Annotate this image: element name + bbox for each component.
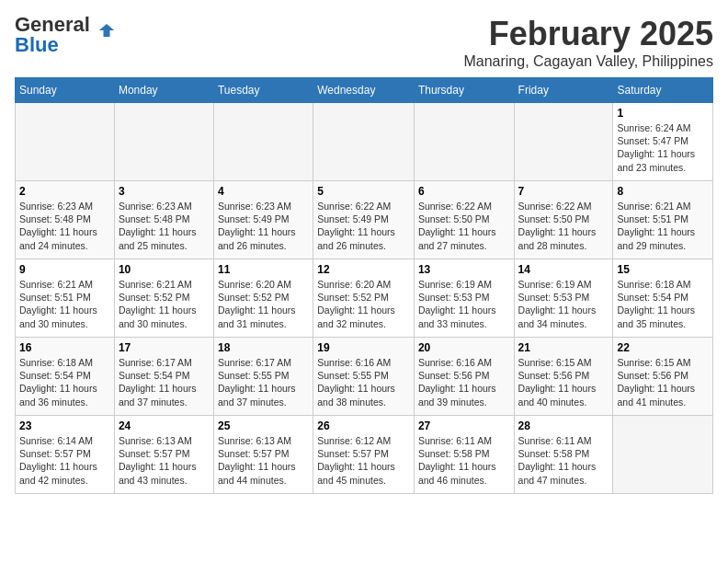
calendar-cell: 9Sunrise: 6:21 AMSunset: 5:51 PMDaylight…	[16, 259, 115, 338]
day-number: 3	[119, 185, 210, 198]
day-number: 19	[317, 341, 410, 354]
day-detail: Sunrise: 6:15 AMSunset: 5:56 PMDaylight:…	[617, 356, 709, 408]
day-number: 24	[119, 419, 210, 432]
dow-wednesday: Wednesday	[313, 78, 415, 103]
day-detail: Sunrise: 6:21 AMSunset: 5:52 PMDaylight:…	[119, 278, 210, 330]
day-number: 4	[218, 185, 309, 198]
calendar-cell	[313, 103, 415, 181]
day-detail: Sunrise: 6:18 AMSunset: 5:54 PMDaylight:…	[19, 356, 110, 408]
day-detail: Sunrise: 6:19 AMSunset: 5:53 PMDaylight:…	[518, 278, 609, 330]
calendar-cell: 2Sunrise: 6:23 AMSunset: 5:48 PMDaylight…	[16, 181, 115, 259]
day-detail: Sunrise: 6:13 AMSunset: 5:57 PMDaylight:…	[119, 434, 210, 487]
dow-sunday: Sunday	[16, 78, 115, 103]
day-detail: Sunrise: 6:11 AMSunset: 5:58 PMDaylight:…	[518, 434, 609, 487]
calendar-cell: 19Sunrise: 6:16 AMSunset: 5:55 PMDayligh…	[313, 338, 415, 416]
week-row-4: 23Sunrise: 6:14 AMSunset: 5:57 PMDayligh…	[16, 416, 713, 494]
calendar-cell	[16, 103, 115, 181]
calendar-cell: 28Sunrise: 6:11 AMSunset: 5:58 PMDayligh…	[514, 416, 613, 494]
calendar-cell: 24Sunrise: 6:13 AMSunset: 5:57 PMDayligh…	[114, 416, 213, 494]
day-number: 14	[518, 263, 609, 276]
day-number: 11	[218, 263, 309, 276]
calendar-cell: 13Sunrise: 6:19 AMSunset: 5:53 PMDayligh…	[414, 259, 514, 338]
day-detail: Sunrise: 6:18 AMSunset: 5:54 PMDaylight:…	[617, 278, 709, 330]
day-number: 20	[418, 341, 510, 354]
calendar-cell: 6Sunrise: 6:22 AMSunset: 5:50 PMDaylight…	[414, 181, 514, 259]
calendar-cell	[213, 103, 313, 181]
day-number: 7	[518, 185, 609, 198]
dow-monday: Monday	[114, 78, 213, 103]
calendar-cell: 20Sunrise: 6:16 AMSunset: 5:56 PMDayligh…	[414, 338, 514, 416]
day-number: 5	[317, 185, 410, 198]
day-number: 23	[19, 419, 110, 432]
title-block: February 2025 Manaring, Cagayan Valley, …	[463, 15, 713, 70]
calendar-cell: 25Sunrise: 6:13 AMSunset: 5:57 PMDayligh…	[213, 416, 313, 494]
day-number: 1	[617, 107, 709, 120]
day-number: 9	[19, 263, 110, 276]
day-detail: Sunrise: 6:23 AMSunset: 5:48 PMDaylight:…	[119, 200, 210, 252]
week-row-2: 9Sunrise: 6:21 AMSunset: 5:51 PMDaylight…	[16, 259, 713, 338]
day-detail: Sunrise: 6:20 AMSunset: 5:52 PMDaylight:…	[317, 278, 410, 330]
dow-tuesday: Tuesday	[213, 78, 313, 103]
day-number: 25	[218, 419, 309, 432]
day-detail: Sunrise: 6:22 AMSunset: 5:49 PMDaylight:…	[317, 200, 410, 252]
calendar-table: SundayMondayTuesdayWednesdayThursdayFrid…	[15, 77, 713, 494]
dow-friday: Friday	[514, 78, 613, 103]
calendar-cell: 11Sunrise: 6:20 AMSunset: 5:52 PMDayligh…	[213, 259, 313, 338]
week-row-1: 2Sunrise: 6:23 AMSunset: 5:48 PMDaylight…	[16, 181, 713, 259]
calendar-cell: 23Sunrise: 6:14 AMSunset: 5:57 PMDayligh…	[16, 416, 115, 494]
day-number: 17	[119, 341, 210, 354]
day-detail: Sunrise: 6:20 AMSunset: 5:52 PMDaylight:…	[218, 278, 309, 330]
calendar-cell: 8Sunrise: 6:21 AMSunset: 5:51 PMDaylight…	[613, 181, 713, 259]
calendar-cell: 26Sunrise: 6:12 AMSunset: 5:57 PMDayligh…	[313, 416, 415, 494]
calendar-cell: 3Sunrise: 6:23 AMSunset: 5:48 PMDaylight…	[114, 181, 213, 259]
day-detail: Sunrise: 6:17 AMSunset: 5:54 PMDaylight:…	[119, 356, 210, 408]
day-number: 2	[19, 185, 110, 198]
svg-marker-0	[99, 24, 114, 37]
day-detail: Sunrise: 6:16 AMSunset: 5:55 PMDaylight:…	[317, 356, 410, 408]
day-detail: Sunrise: 6:12 AMSunset: 5:57 PMDaylight:…	[317, 434, 410, 487]
day-detail: Sunrise: 6:21 AMSunset: 5:51 PMDaylight:…	[19, 278, 110, 330]
day-detail: Sunrise: 6:13 AMSunset: 5:57 PMDaylight:…	[218, 434, 309, 487]
day-detail: Sunrise: 6:21 AMSunset: 5:51 PMDaylight:…	[617, 200, 709, 252]
day-detail: Sunrise: 6:16 AMSunset: 5:56 PMDaylight:…	[418, 356, 510, 408]
calendar-cell: 10Sunrise: 6:21 AMSunset: 5:52 PMDayligh…	[114, 259, 213, 338]
day-number: 18	[218, 341, 309, 354]
day-detail: Sunrise: 6:14 AMSunset: 5:57 PMDaylight:…	[19, 434, 110, 487]
logo-icon	[94, 24, 119, 37]
day-detail: Sunrise: 6:19 AMSunset: 5:53 PMDaylight:…	[418, 278, 510, 330]
day-number: 28	[518, 419, 609, 432]
day-detail: Sunrise: 6:15 AMSunset: 5:56 PMDaylight:…	[518, 356, 609, 408]
dow-saturday: Saturday	[613, 78, 713, 103]
day-number: 10	[119, 263, 210, 276]
calendar-cell: 12Sunrise: 6:20 AMSunset: 5:52 PMDayligh…	[313, 259, 415, 338]
calendar-cell	[613, 416, 713, 494]
calendar-cell	[114, 103, 213, 181]
day-number: 6	[418, 185, 510, 198]
calendar-cell: 1Sunrise: 6:24 AMSunset: 5:47 PMDaylight…	[613, 103, 713, 181]
calendar-cell: 18Sunrise: 6:17 AMSunset: 5:55 PMDayligh…	[213, 338, 313, 416]
logo: GeneralBlue	[15, 15, 119, 55]
day-number: 13	[418, 263, 510, 276]
day-detail: Sunrise: 6:11 AMSunset: 5:58 PMDaylight:…	[418, 434, 510, 487]
page-header: GeneralBlue February 2025 Manaring, Caga…	[15, 15, 713, 70]
calendar-body: 1Sunrise: 6:24 AMSunset: 5:47 PMDaylight…	[16, 103, 713, 494]
day-number: 27	[418, 419, 510, 432]
calendar-cell: 7Sunrise: 6:22 AMSunset: 5:50 PMDaylight…	[514, 181, 613, 259]
calendar-cell: 5Sunrise: 6:22 AMSunset: 5:49 PMDaylight…	[313, 181, 415, 259]
logo-text: GeneralBlue	[15, 15, 90, 55]
calendar-cell: 14Sunrise: 6:19 AMSunset: 5:53 PMDayligh…	[514, 259, 613, 338]
calendar-cell: 15Sunrise: 6:18 AMSunset: 5:54 PMDayligh…	[613, 259, 713, 338]
day-detail: Sunrise: 6:23 AMSunset: 5:48 PMDaylight:…	[19, 200, 110, 252]
calendar-cell: 22Sunrise: 6:15 AMSunset: 5:56 PMDayligh…	[613, 338, 713, 416]
calendar-cell: 17Sunrise: 6:17 AMSunset: 5:54 PMDayligh…	[114, 338, 213, 416]
calendar-cell: 4Sunrise: 6:23 AMSunset: 5:49 PMDaylight…	[213, 181, 313, 259]
month-year-title: February 2025	[463, 15, 713, 53]
day-number: 12	[317, 263, 410, 276]
location-subtitle: Manaring, Cagayan Valley, Philippines	[463, 53, 713, 70]
day-detail: Sunrise: 6:22 AMSunset: 5:50 PMDaylight:…	[418, 200, 510, 252]
day-number: 15	[617, 263, 709, 276]
day-number: 21	[518, 341, 609, 354]
week-row-0: 1Sunrise: 6:24 AMSunset: 5:47 PMDaylight…	[16, 103, 713, 181]
calendar-cell: 27Sunrise: 6:11 AMSunset: 5:58 PMDayligh…	[414, 416, 514, 494]
calendar-cell: 16Sunrise: 6:18 AMSunset: 5:54 PMDayligh…	[16, 338, 115, 416]
